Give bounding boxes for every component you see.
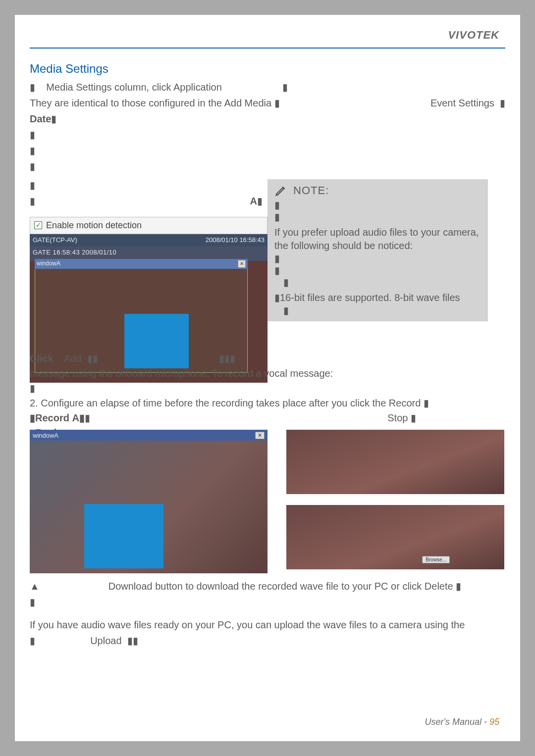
glyph-line: ▮ [30, 595, 505, 609]
glyph-icon: ▮▮ [127, 635, 138, 646]
text-span: A [250, 196, 257, 206]
glyph-icon: ▮ [30, 161, 35, 172]
note-callout: NOTE: ▮ ▮ If you prefer upload audio fil… [268, 179, 488, 321]
enable-motion-row: ✓ Enable motion detection [30, 217, 268, 234]
camera-timestamp: 2008/01/10 16:58:43 [206, 236, 265, 245]
text-span: Date [30, 113, 51, 124]
note-body-2: ▮16-bit files are supported. 8-bit wave … [274, 291, 481, 304]
panel-lower: Browse... [286, 505, 504, 569]
text-span: Click [30, 353, 54, 364]
glyph-icon: ▮ [85, 412, 90, 423]
glyph-icon: ▮ [30, 180, 35, 191]
download-upload-section: ▲ Download button to download the record… [30, 579, 505, 650]
close-icon[interactable]: ✕ [238, 260, 246, 268]
glyph-icon: ▮ [51, 113, 56, 124]
glyph-line: ▮ [30, 144, 505, 157]
section-title: Media Settings [30, 60, 505, 77]
checkbox-label: Enable motion detection [46, 219, 142, 232]
window-title: windowA [33, 432, 58, 439]
glyph-icon: ▮ [282, 82, 288, 93]
detection-window-name: windowA [37, 259, 60, 268]
glyph-icon: ▮ [274, 292, 280, 303]
text-span: Download button to download the recorded… [108, 581, 453, 592]
glyph-line: ▮ [274, 264, 481, 276]
glyph-icon: ▮ [411, 412, 416, 423]
glyph-icon: ▮ [424, 398, 429, 408]
camera-name: GATE(TCP-AV) [33, 236, 77, 245]
line-message: message using the onboard microphone. To… [30, 366, 505, 380]
text-span: They are identical to those configured i… [30, 98, 271, 108]
panel-upper [286, 430, 504, 494]
line-step2: 2. Configure an elapse of time before th… [30, 396, 505, 410]
line-upload-intro: If you have audio wave files ready on yo… [30, 618, 505, 632]
glyph-line: ▮ [274, 276, 481, 288]
camera-osd: GATE 16:58:43 2008/01/10 [33, 248, 116, 257]
glyph-icon: ▮ [30, 82, 35, 93]
page-footer: User's Manual - 95 [425, 717, 499, 727]
glyph-line: ▮ [274, 252, 481, 264]
note-title: NOTE: [293, 184, 329, 197]
paragraph-3: Date▮ [30, 112, 505, 126]
glyph-line: ▮ [30, 128, 505, 142]
glyph-icon: ▮ [30, 129, 35, 140]
detection-window-titlebar: windowA ✕ [35, 259, 248, 269]
screenshot-2: windowA ✕ [30, 430, 268, 573]
glyph-line: ▮ [274, 199, 481, 211]
glyph-icon: ▮ [274, 98, 280, 108]
text-span: Event Settings [430, 98, 494, 108]
camera-titlebar: GATE(TCP-AV) 2008/01/10 16:58:43 [30, 234, 268, 247]
manual-page: VIVOTEK Media Settings ▮ Media Settings … [15, 15, 520, 741]
text-span: Record [35, 412, 69, 423]
glyph-line: ▮ [30, 381, 505, 395]
note-body-1: If you prefer upload audio files to your… [274, 226, 481, 252]
glyph-icon: ▮ [257, 196, 263, 206]
text-span: Stop [387, 412, 408, 423]
motion-patch [84, 504, 163, 568]
text-span: Upload [90, 635, 121, 646]
checkbox-icon[interactable]: ✓ [34, 221, 42, 229]
paragraph-2: They are identical to those configured i… [30, 96, 505, 110]
glyph-line: ▮ [30, 159, 505, 173]
page-number: 95 [489, 717, 499, 727]
text-span: Media Settings column, click [46, 82, 171, 93]
glyph-icon: ▲ [30, 581, 40, 592]
paragraph-1: ▮ Media Settings column, click Applicati… [30, 80, 505, 94]
glyph-line: ▮ [274, 304, 481, 316]
window-titlebar: windowA ✕ [30, 430, 268, 441]
glyph-icon: ▮ [30, 194, 35, 208]
glyph-icon: ▮ [30, 635, 35, 646]
glyph-icon: ▮ [456, 581, 461, 592]
right-panels: Browse... [286, 430, 504, 580]
text-span: 2. Configure an elapse of time before th… [30, 398, 421, 408]
note-header: NOTE: [274, 184, 481, 197]
glyph-icon: ▮▮▮ [219, 353, 235, 364]
text-span: Add [64, 353, 82, 364]
glyph-icon: ▮ [500, 98, 505, 108]
pencil-icon [274, 184, 287, 197]
header-divider [30, 48, 505, 49]
paragraph-4: ▮ A▮ [30, 194, 263, 208]
line-record-stop: ▮Record A▮▮ Stop ▮ [30, 411, 416, 425]
glyph-icon: ▮ [30, 145, 35, 156]
text-span: Application [173, 82, 222, 93]
brand-logo: VIVOTEK [448, 29, 499, 42]
line-click-add: Click Add ▮▮ ▮▮▮ [30, 352, 505, 365]
text-span: 16-bit files are supported. 8-bit wave f… [280, 292, 460, 303]
browse-button[interactable]: Browse... [422, 556, 450, 563]
footer-label: User's Manual - [425, 717, 486, 727]
glyph-icon: ▮▮ [87, 353, 98, 364]
glyph-line: ▮ [274, 211, 481, 223]
line-download: ▲ Download button to download the record… [30, 579, 505, 593]
line-upload: ▮ Upload ▮▮ [30, 634, 505, 648]
close-icon[interactable]: ✕ [255, 432, 265, 439]
